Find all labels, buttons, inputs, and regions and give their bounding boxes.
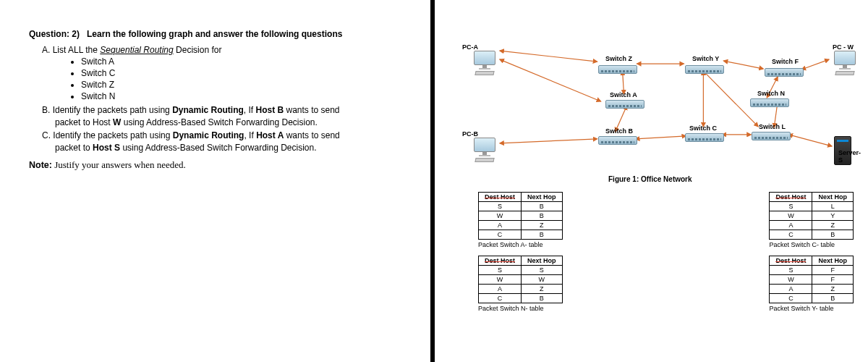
- bullet-sw-a: Switch A: [81, 56, 401, 67]
- pc-w-icon: [831, 51, 859, 78]
- cell: B: [812, 230, 854, 240]
- cell: B: [522, 202, 563, 211]
- cell: B: [812, 294, 854, 303]
- question-title: Question: 2) Learn the following graph a…: [29, 29, 401, 39]
- b-b2: Host B: [255, 105, 284, 115]
- cell: W: [479, 275, 522, 285]
- th-dest: Dest Host: [775, 257, 806, 264]
- q-rest: Learn the following graph and answer the…: [87, 29, 342, 39]
- th-hop: Next Hop: [812, 193, 854, 202]
- label-sc: Switch C: [689, 125, 717, 132]
- a-und: Sequential Routing: [100, 45, 173, 55]
- right-tables-col: Dest HostNext Hop SL WY AZ CB Packet Swi…: [769, 192, 854, 312]
- cell: W: [770, 275, 812, 285]
- part-a: A. List ALL the Sequential Routing Decis…: [42, 45, 401, 55]
- table-y-wrap: Dest HostNext Hop SF WF AZ CB Packet Swi…: [769, 256, 854, 312]
- table-n: Dest HostNext Hop SS WW AZ CB: [478, 256, 563, 303]
- part-c-line2: packet to Host S using Address-Based Swi…: [55, 142, 401, 154]
- cell: A: [479, 285, 522, 294]
- switch-f-icon: [765, 68, 804, 77]
- cap-n: Packet Switch N- table: [478, 305, 563, 312]
- switch-n-icon: [750, 98, 789, 107]
- label-pcb: PC-B: [462, 130, 478, 138]
- note-bold: Note:: [29, 160, 52, 170]
- b-b1: Dynamic Routing: [172, 105, 244, 115]
- cell: F: [812, 275, 854, 285]
- cell: W: [770, 211, 812, 221]
- label-pcw: PC - W: [833, 43, 854, 51]
- cell: S: [479, 202, 522, 211]
- part-b-line2: packet to Host W using Address-Based Swi…: [55, 117, 401, 129]
- b-mid: , If: [244, 105, 256, 115]
- bullet-sw-c: Switch C: [81, 68, 401, 78]
- label-sb: Switch B: [605, 127, 633, 135]
- th-dest: Dest Host: [485, 193, 515, 201]
- switch-z-icon: [598, 65, 637, 74]
- cell: C: [770, 294, 812, 303]
- network-diagram: PC-A PC - W PC-B Server- S Switch Z Swit…: [442, 7, 861, 181]
- cap-y: Packet Switch Y- table: [769, 305, 854, 312]
- th-hop: Next Hop: [522, 256, 563, 266]
- switch-b-icon: [598, 136, 637, 145]
- figure-pane: PC-A PC - W PC-B Server- S Switch Z Swit…: [435, 0, 868, 362]
- cell: Z: [812, 221, 854, 230]
- note-line: Note: Justify your answers when needed.: [29, 159, 401, 171]
- c-mid: , If: [244, 130, 256, 140]
- b2-post: using Address-Based Switch Forwarding De…: [121, 117, 317, 127]
- label-server: Server- S: [838, 149, 861, 164]
- cell: S: [522, 266, 563, 275]
- label-sl: Switch L: [759, 123, 786, 130]
- cell: B: [522, 294, 563, 303]
- a-post: Decision for: [174, 45, 222, 55]
- cell: F: [812, 266, 854, 275]
- question-pane: Question: 2) Learn the following graph a…: [0, 0, 430, 362]
- pc-b-icon: [471, 138, 498, 165]
- network-lines: [442, 7, 861, 181]
- pc-a-icon: [471, 51, 498, 78]
- cell: L: [812, 202, 854, 211]
- bullet-sw-n: Switch N: [81, 91, 401, 101]
- c-pre: C. Identify the packets path using: [42, 130, 173, 140]
- cap-a: Packet Switch A- table: [478, 241, 563, 248]
- switch-y-icon: [685, 65, 724, 74]
- cell: A: [770, 221, 812, 230]
- cell: Y: [812, 211, 854, 221]
- cell: C: [479, 230, 522, 240]
- cell: B: [522, 211, 563, 221]
- th-hop: Next Hop: [522, 193, 563, 202]
- part-b-line1: B. Identify the packets path using Dynam…: [42, 104, 401, 117]
- cell: S: [770, 266, 812, 275]
- switch-c-icon: [685, 133, 724, 142]
- c2-post: using Address-Based Switch Forwarding De…: [120, 143, 316, 153]
- th-dest: Dest Host: [775, 193, 806, 201]
- label-pca: PC-A: [462, 43, 478, 51]
- q-prefix: Question: 2): [29, 29, 80, 39]
- table-y: Dest HostNext Hop SF WF AZ CB: [769, 256, 854, 303]
- table-c: Dest HostNext Hop SL WY AZ CB: [769, 192, 854, 240]
- switch-l-icon: [752, 132, 791, 140]
- svg-line-1: [500, 59, 601, 101]
- svg-line-3: [723, 61, 763, 69]
- table-n-wrap: Dest HostNext Hop SS WW AZ CB Packet Swi…: [478, 256, 563, 312]
- cell: S: [770, 202, 812, 211]
- svg-line-9: [500, 139, 597, 143]
- cell: S: [479, 266, 522, 275]
- table-a: Dest HostNext Hop SB WB AZ CB: [478, 192, 563, 240]
- left-tables-col: Dest HostNext Hop SB WB AZ CB Packet Swi…: [478, 192, 563, 312]
- cell: C: [770, 230, 812, 240]
- a-pre: A. List ALL the: [42, 45, 100, 55]
- cell: A: [770, 285, 812, 294]
- c-b2: Host A: [256, 130, 284, 140]
- cell: A: [479, 221, 522, 230]
- switch-a-icon: [605, 100, 644, 109]
- c2-pre: packet to: [55, 143, 93, 153]
- svg-line-12: [788, 135, 832, 146]
- th-hop: Next Hop: [812, 256, 854, 266]
- table-a-wrap: Dest HostNext Hop SB WB AZ CB Packet Swi…: [478, 192, 563, 248]
- label-sn: Switch N: [757, 90, 785, 97]
- table-c-wrap: Dest HostNext Hop SL WY AZ CB Packet Swi…: [769, 192, 854, 248]
- note-rest: Justify your answers when needed.: [52, 159, 186, 170]
- cell: Z: [812, 285, 854, 294]
- label-sa: Switch A: [610, 91, 637, 98]
- b-after: wants to send: [284, 105, 339, 115]
